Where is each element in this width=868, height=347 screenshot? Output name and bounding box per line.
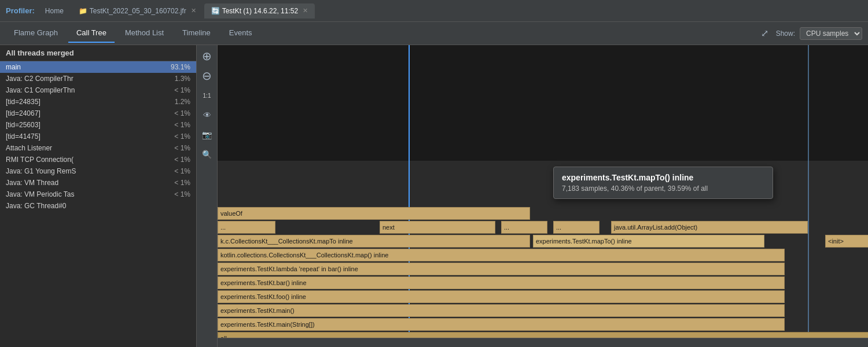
sidebar-item-pct-7: < 1% (174, 144, 190, 152)
sidebar-item-name-11: Java: VM Periodic Tas (6, 190, 170, 198)
camera-button[interactable]: 📷 (200, 127, 215, 142)
sidebar-item-1[interactable]: Java: C2 CompilerThr 1.3% (0, 73, 196, 84)
sidebar-item-name-1: Java: C2 CompilerThr (6, 75, 170, 83)
sidebar-item-name-3: [tid=24835] (6, 98, 170, 106)
main-content: All threads merged main 93.1% Java: C2 C… (0, 45, 868, 347)
flame-foo[interactable]: experiments.TestKt.foo() inline (218, 290, 785, 303)
tab-call-tree[interactable]: Call Tree (68, 24, 115, 43)
sidebar-item-pct-2: < 1% (174, 86, 190, 94)
flame-valueof[interactable]: valueOf (218, 207, 530, 220)
flame-main-string[interactable]: experiments.TestKt.main(String[]) (218, 318, 785, 331)
tab-flame-graph[interactable]: Flame Graph (6, 24, 66, 43)
sidebar-item-pct-9: < 1% (174, 167, 190, 175)
sidebar-item-3[interactable]: [tid=24835] 1.2% (0, 96, 196, 108)
folder-icon: 📁 (79, 7, 87, 15)
sidebar-item-name-10: Java: VM Thread (6, 179, 170, 187)
active-tab-close[interactable]: ✕ (303, 7, 308, 14)
sidebar-item-11[interactable]: Java: VM Periodic Tas < 1% (0, 189, 196, 200)
flame-bar[interactable]: experiments.TestKt.bar() inline (218, 276, 785, 289)
sidebar-item-name-4: [tid=24067] (6, 109, 170, 117)
sidebar-item-pct-5: < 1% (174, 121, 190, 129)
sidebar-item-0[interactable]: main 93.1% (0, 61, 196, 73)
flame-dots-1[interactable]: ... (218, 221, 275, 234)
sidebar-item-pct-1: 1.3% (175, 75, 190, 83)
flamegraph-area[interactable]: valueOf ... next ... ... java.util.Array… (218, 45, 868, 347)
side-controls: ⊕ ⊖ 1:1 👁 📷 🔍 (197, 45, 218, 347)
sidebar-item-2[interactable]: Java: C1 CompilerThn < 1% (0, 84, 196, 96)
sidebar-item-5[interactable]: [tid=25603] < 1% (0, 119, 196, 131)
sidebar-item-name-12: Java: GC Thread#0 (6, 202, 186, 210)
eye-button[interactable]: 👁 (200, 108, 215, 123)
tooltip: experiments.TestKt.mapTo() inline 7,183 … (553, 167, 773, 199)
flame-init[interactable]: <init> (825, 235, 868, 248)
sidebar-item-name-5: [tid=25603] (6, 121, 170, 129)
flame-mapTo-kt[interactable]: k.c.CollectionsKt___CollectionsKt.mapTo … (218, 235, 530, 248)
sidebar-item-name-6: [tid=41475] (6, 132, 170, 141)
sidebar-item-9[interactable]: Java: G1 Young RemS < 1% (0, 165, 196, 177)
tab-events[interactable]: Events (221, 24, 260, 43)
zoom-out-button[interactable]: ⊖ (200, 68, 215, 83)
tooltip-title: experiments.TestKt.mapTo() inline (562, 173, 764, 182)
show-select[interactable]: CPU samples (800, 27, 862, 40)
ratio-button[interactable]: 1:1 (200, 88, 215, 103)
sidebar-item-7[interactable]: Attach Listener < 1% (0, 142, 196, 154)
tab-active[interactable]: 🔄 TestKt (1) 14.6.22, 11:52 ✕ (204, 3, 315, 19)
sidebar-item-pct-3: 1.2% (175, 98, 190, 106)
sidebar-item-name-9: Java: G1 Young RemS (6, 167, 170, 175)
sidebar-item-6[interactable]: [tid=41475] < 1% (0, 131, 196, 142)
sidebar-item-name-0: main (6, 63, 166, 71)
flame-lambda-repeat[interactable]: experiments.TestKt.lambda 'repeat' in ba… (218, 263, 785, 275)
search-button[interactable]: 🔍 (200, 147, 215, 162)
profiler-label: Profiler: (6, 6, 35, 15)
dark-background (218, 45, 868, 161)
tab-home[interactable]: Home (38, 3, 71, 19)
sidebar-item-pct-10: < 1% (174, 179, 190, 187)
sidebar-item-name-7: Attach Listener (6, 144, 170, 152)
show-label: Show: (776, 29, 795, 38)
sidebar: All threads merged main 93.1% Java: C2 C… (0, 45, 197, 347)
title-bar: Profiler: Home 📁 TestKt_2022_05_30_16070… (0, 0, 868, 22)
sidebar-item-pct-8: < 1% (174, 156, 190, 164)
file-tab-label: TestKt_2022_05_30_160702.jfr (90, 7, 186, 15)
tab-timeline[interactable]: Timeline (174, 24, 219, 43)
tab-method-list[interactable]: Method List (117, 24, 172, 43)
sidebar-item-name-8: RMI TCP Connection( (6, 156, 170, 164)
flame-dots-3[interactable]: ... (553, 221, 599, 234)
sidebar-items: main 93.1% Java: C2 CompilerThr 1.3% Jav… (0, 61, 196, 212)
sidebar-item-10[interactable]: Java: VM Thread < 1% (0, 177, 196, 189)
flame-dots-2[interactable]: ... (501, 221, 547, 234)
sidebar-header: All threads merged (0, 45, 196, 61)
active-tab-icon: 🔄 (211, 7, 220, 15)
sidebar-item-4[interactable]: [tid=24067] < 1% (0, 108, 196, 119)
tooltip-body: 7,183 samples, 40.36% of parent, 39.59% … (562, 184, 764, 193)
flame-collections-map[interactable]: kotlin.collections.CollectionsKt___Colle… (218, 249, 785, 261)
tab-file[interactable]: 📁 TestKt_2022_05_30_160702.jfr ✕ (72, 3, 203, 19)
flame-next[interactable]: next (380, 221, 495, 234)
expand-icon[interactable]: ⤢ (759, 27, 771, 40)
active-tab-label: TestKt (1) 14.6.22, 11:52 (222, 7, 298, 15)
sidebar-item-pct-0: 93.1% (171, 63, 190, 71)
toolbar: Flame Graph Call Tree Method List Timeli… (0, 22, 868, 45)
scrollbar[interactable] (218, 338, 868, 347)
zoom-in-button[interactable]: ⊕ (200, 49, 215, 64)
sidebar-item-name-2: Java: C1 CompilerThn (6, 86, 170, 94)
sidebar-item-pct-11: < 1% (174, 190, 190, 198)
sidebar-item-8[interactable]: RMI TCP Connection( < 1% (0, 154, 196, 165)
flame-mapTo-exp[interactable]: experiments.TestKt.mapTo() inline (533, 235, 764, 248)
file-tab-close[interactable]: ✕ (191, 7, 196, 14)
sidebar-item-12[interactable]: Java: GC Thread#0 (0, 200, 196, 212)
sidebar-item-pct-4: < 1% (174, 109, 190, 117)
flame-arraylist-add[interactable]: java.util.ArrayList.add(Object) (611, 221, 808, 234)
home-label: Home (45, 7, 64, 15)
vline-2 (808, 45, 809, 338)
flame-main[interactable]: experiments.TestKt.main() (218, 304, 785, 317)
sidebar-item-pct-6: < 1% (174, 132, 190, 141)
